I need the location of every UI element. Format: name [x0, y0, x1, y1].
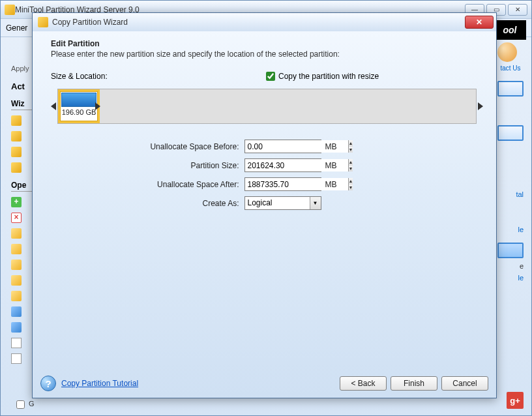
- arrow-right-icon: [478, 102, 483, 110]
- right-label: tal: [497, 190, 524, 198]
- section-heading: Edit Partition: [51, 39, 483, 48]
- drive-icon[interactable]: [11, 322, 22, 333]
- google-plus-icon[interactable]: g+: [507, 392, 524, 409]
- apply-label[interactable]: Apply: [11, 65, 34, 72]
- right-label: le: [497, 274, 524, 282]
- operations-heading: Ope: [11, 181, 34, 192]
- unalloc-after-label: Unallocate Space After:: [114, 180, 244, 189]
- unalloc-after-input[interactable]: ▲▼: [244, 177, 321, 191]
- spin-up-icon[interactable]: ▲: [349, 159, 353, 166]
- right-panel: tact Us tal le e le: [497, 42, 524, 408]
- plus-icon[interactable]: +: [11, 197, 22, 207]
- unit-label: MB: [325, 142, 337, 151]
- help-icon[interactable]: ?: [40, 376, 56, 391]
- create-as-label: Create As:: [114, 199, 244, 208]
- right-label: e: [497, 262, 524, 270]
- dialog-close-button[interactable]: ✕: [465, 16, 494, 29]
- partition-size-input[interactable]: ▲▼: [244, 158, 321, 172]
- right-button[interactable]: [497, 125, 524, 141]
- partition-segment[interactable]: 196.90 GB: [58, 89, 100, 123]
- wizard-icon[interactable]: [11, 115, 22, 126]
- status-checkbox[interactable]: [16, 400, 25, 409]
- copy-partition-dialog: Copy Partition Wizard ✕ Edit Partition P…: [32, 12, 497, 398]
- copy-resize-checkbox[interactable]: Copy the partition with resize: [266, 72, 379, 81]
- folder-icon[interactable]: [11, 291, 22, 301]
- copy-resize-label: Copy the partition with resize: [278, 72, 379, 81]
- close-button[interactable]: ✕: [508, 4, 527, 16]
- drive-icon[interactable]: [11, 306, 22, 317]
- folder-icon[interactable]: [11, 260, 22, 270]
- unalloc-before-label: Unallocate Space Before:: [114, 142, 244, 151]
- dialog-title: Copy Partition Wizard: [52, 18, 465, 27]
- back-button[interactable]: < Back: [340, 376, 387, 391]
- segment-label: 196.90 GB: [60, 108, 98, 116]
- contact-link[interactable]: tact Us: [497, 65, 524, 72]
- tutorial-link[interactable]: Copy Partition Tutorial: [61, 379, 138, 388]
- chevron-down-icon[interactable]: ▼: [310, 197, 321, 209]
- wizard-heading: Wiz: [11, 99, 34, 110]
- spin-up-icon[interactable]: ▲: [349, 140, 353, 147]
- unit-label: MB: [325, 180, 337, 189]
- finish-button[interactable]: Finish: [391, 376, 437, 391]
- arrow-left-icon: [51, 102, 56, 110]
- right-button[interactable]: [497, 81, 524, 97]
- wizard-icon[interactable]: [11, 162, 22, 173]
- list-icon[interactable]: [11, 338, 22, 348]
- app-icon: [5, 5, 15, 15]
- spin-down-icon[interactable]: ▼: [349, 147, 353, 153]
- wizard-icon[interactable]: [11, 147, 22, 157]
- create-as-select[interactable]: Logical ▼: [244, 196, 321, 210]
- spin-up-icon[interactable]: ▲: [349, 178, 353, 185]
- size-location-label: Size & Location:: [51, 72, 266, 81]
- delete-icon[interactable]: ×: [11, 213, 22, 223]
- partition-track[interactable]: 196.90 GB: [57, 89, 477, 124]
- folder-icon[interactable]: [11, 228, 22, 239]
- right-button[interactable]: [497, 243, 524, 258]
- unit-label: MB: [325, 161, 337, 170]
- resize-handle-icon[interactable]: [95, 102, 100, 110]
- list-icon[interactable]: [11, 353, 22, 364]
- segment-fill: [61, 93, 96, 107]
- actions-heading: Act: [11, 82, 34, 91]
- spin-down-icon[interactable]: ▼: [349, 185, 353, 191]
- menu-general[interactable]: Gener: [6, 23, 27, 33]
- dialog-titlebar[interactable]: Copy Partition Wizard ✕: [33, 13, 496, 31]
- status-label: G: [29, 400, 35, 408]
- section-subheading: Please enter the new partition size and …: [51, 50, 483, 59]
- wizard-icon[interactable]: [11, 131, 22, 141]
- left-panel: Apply Act Wiz Ope + ×: [11, 53, 34, 408]
- unalloc-before-input[interactable]: ▲▼: [244, 140, 321, 153]
- copy-resize-input[interactable]: [266, 72, 275, 81]
- dialog-icon: [38, 17, 48, 27]
- folder-icon[interactable]: [11, 275, 22, 286]
- cancel-button[interactable]: Cancel: [441, 376, 488, 391]
- brand-logo: ool: [494, 20, 526, 40]
- spin-down-icon[interactable]: ▼: [349, 166, 353, 172]
- partition-bar[interactable]: 196.90 GB: [51, 89, 483, 124]
- right-label: le: [497, 226, 524, 233]
- folder-icon[interactable]: [11, 244, 22, 254]
- create-as-value: Logical: [245, 197, 310, 209]
- status-bar: G: [16, 400, 35, 409]
- avatar-icon: [497, 42, 517, 62]
- partition-size-label: Partition Size:: [114, 161, 244, 170]
